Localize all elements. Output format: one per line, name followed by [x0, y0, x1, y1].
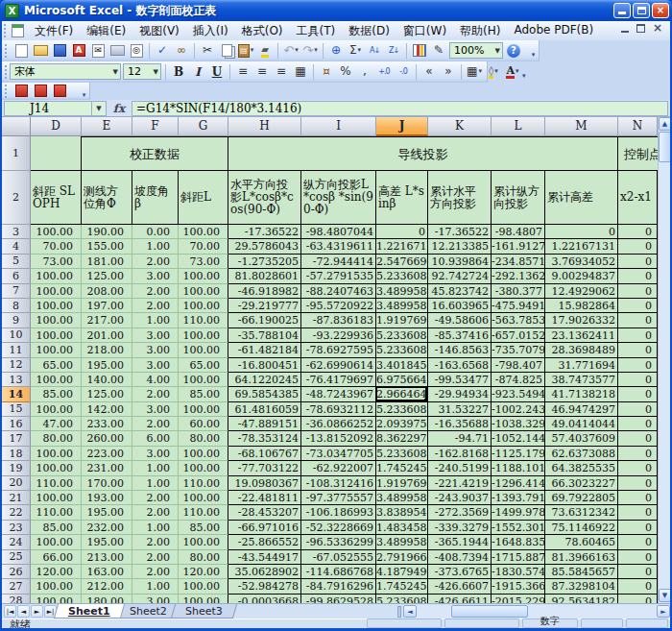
cell-H8[interactable]: -29.219777 [228, 299, 301, 313]
chart-wizard-button[interactable] [411, 42, 428, 59]
hyperlink-button[interactable]: ⊕ [327, 42, 345, 59]
cell-K5[interactable]: 10.939864 [428, 255, 492, 269]
cell-J6[interactable]: 5.233608 [376, 269, 428, 283]
cell-F4[interactable]: 1.00 [132, 239, 179, 254]
cell-L17[interactable]: -1052.144 [492, 431, 545, 446]
cell-N15[interactable]: 0 [618, 402, 658, 417]
row-header-13[interactable]: 13 [2, 373, 31, 387]
field-header-J[interactable]: 高差 L*sinβ [376, 171, 428, 225]
cell-E14[interactable]: 125.00 [82, 387, 132, 401]
cell-L24[interactable]: -1648.835 [492, 535, 545, 549]
research-button[interactable]: ∞ [173, 42, 190, 59]
format-painter-button[interactable]: ▰ [256, 42, 274, 59]
cell-G17[interactable]: 80.00 [179, 431, 228, 446]
cell-E22[interactable]: 195.00 [82, 505, 132, 520]
cell-G28[interactable]: 100.00 [179, 595, 228, 603]
field-header-H[interactable]: 水平方向投影L*cosβ*cos(90-Φ) [228, 171, 301, 225]
cell-E25[interactable]: 213.00 [82, 550, 132, 565]
cell-J22[interactable]: 3.838954 [376, 505, 428, 520]
horizontal-scrollbar[interactable]: ◄ ► [403, 605, 670, 619]
tab-split-handle[interactable] [397, 606, 401, 618]
cell-H28[interactable]: -0.0003668 [228, 595, 301, 603]
cell-J8[interactable]: 3.489958 [376, 299, 428, 313]
autosum-button[interactable]: Σ▾ [347, 42, 364, 59]
cell-K3[interactable]: -17.36522 [428, 225, 492, 239]
cell-I12[interactable]: -62.6990614 [301, 358, 376, 373]
cell-M15[interactable]: 46.9474297 [545, 402, 618, 417]
cell-D14[interactable]: 85.00 [31, 387, 82, 401]
font-name-combo[interactable]: 宋体▼ [10, 63, 121, 80]
cell-L6[interactable]: -292.1362 [492, 269, 545, 283]
cell-N26[interactable]: 0 [618, 565, 658, 579]
cell-H9[interactable]: -66.190025 [228, 313, 301, 328]
cell-J28[interactable]: 5.233608 [376, 595, 428, 603]
email-button[interactable]: ✉ [89, 42, 107, 59]
toolbar-grip[interactable] [4, 24, 9, 37]
cell-G8[interactable]: 100.00 [179, 299, 228, 313]
cell-M16[interactable]: 49.0414044 [545, 417, 618, 431]
row-header-8[interactable]: 8 [2, 299, 31, 313]
cell-F3[interactable]: 0.00 [132, 225, 179, 239]
row-header-9[interactable]: 9 [2, 313, 31, 328]
name-box-dropdown[interactable]: ▼ [92, 101, 107, 116]
cell-K27[interactable]: -426.6607 [428, 579, 492, 594]
menu-item-5[interactable]: 工具(T) [290, 21, 343, 41]
cell-N25[interactable]: 0 [618, 550, 658, 565]
cell-H5[interactable]: -1.2735205 [228, 255, 301, 269]
cell-H12[interactable]: -16.800451 [228, 358, 301, 373]
cell-D13[interactable]: 100.00 [31, 373, 82, 387]
cell-E6[interactable]: 125.00 [82, 269, 132, 283]
acrobat-review-button[interactable] [51, 83, 68, 99]
cell-F7[interactable]: 2.00 [132, 284, 179, 299]
cell-E21[interactable]: 193.00 [82, 491, 132, 505]
cell-D20[interactable]: 110.00 [31, 476, 82, 491]
field-header-M[interactable]: 累计高差 [545, 171, 618, 225]
row-header-3[interactable]: 3 [2, 225, 31, 239]
cell-L3[interactable]: -98.4807 [492, 225, 545, 239]
cell-K13[interactable]: -99.53477 [428, 373, 492, 387]
cell-G23[interactable]: 85.00 [179, 521, 228, 535]
column-header-H[interactable]: H [228, 117, 301, 136]
menu-item-8[interactable]: 帮助(H) [453, 21, 507, 41]
cell-M7[interactable]: 12.4929062 [545, 284, 618, 299]
cell-M17[interactable]: 57.4037609 [545, 431, 618, 446]
cell-E12[interactable]: 195.00 [82, 358, 132, 373]
cell-N19[interactable]: 0 [618, 461, 658, 475]
cell-J24[interactable]: 3.489958 [376, 535, 428, 549]
sort-descending-button[interactable]: Z↓ [385, 42, 402, 59]
cell-E26[interactable]: 163.00 [82, 565, 132, 579]
row-header-1[interactable]: 1 [2, 136, 31, 171]
row-header-18[interactable]: 18 [2, 447, 31, 461]
cell-G4[interactable]: 70.00 [179, 239, 228, 254]
cell-K18[interactable]: -162.8168 [428, 447, 492, 461]
decrease-decimal-button[interactable]: -.0 [395, 63, 412, 80]
column-header-G[interactable]: G [179, 117, 228, 136]
cell-N24[interactable]: 0 [618, 535, 658, 549]
cell-I22[interactable]: -106.186993 [301, 505, 376, 520]
cell-N20[interactable]: 0 [618, 476, 658, 491]
redo-button[interactable]: ↷▾ [301, 42, 319, 59]
convert-pdf-button[interactable]: A [70, 42, 87, 59]
cell-N13[interactable]: 0 [618, 373, 658, 387]
cell-N6[interactable]: 0 [618, 269, 658, 283]
cell-M4[interactable]: 1.22167131 [545, 239, 618, 254]
cell-I24[interactable]: -96.5336299 [301, 535, 376, 549]
cell-G27[interactable]: 100.00 [179, 579, 228, 594]
zoom-combo[interactable]: 100%▼ [449, 42, 503, 59]
cell-J27[interactable]: 1.745245 [376, 579, 428, 594]
cell-N11[interactable]: 0 [618, 343, 658, 357]
menu-item-4[interactable]: 格式(O) [235, 21, 290, 41]
cell-H16[interactable]: -47.889151 [228, 417, 301, 431]
increase-decimal-button[interactable]: +.0 [375, 63, 393, 80]
cell-D10[interactable]: 100.00 [31, 328, 82, 343]
cell-G6[interactable]: 100.00 [179, 269, 228, 283]
cell-G7[interactable]: 100.00 [179, 284, 228, 299]
cell-N22[interactable]: 0 [618, 505, 658, 520]
workbook-restore-icon[interactable] [636, 24, 645, 33]
cell-L5[interactable]: -234.8571 [492, 255, 545, 269]
column-header-E[interactable]: E [82, 117, 132, 136]
row-header-19[interactable]: 19 [2, 461, 31, 475]
cell-J4[interactable]: 1.221671 [376, 239, 428, 254]
cell-L9[interactable]: -563.7853 [492, 313, 545, 328]
copy-button[interactable] [218, 42, 235, 59]
